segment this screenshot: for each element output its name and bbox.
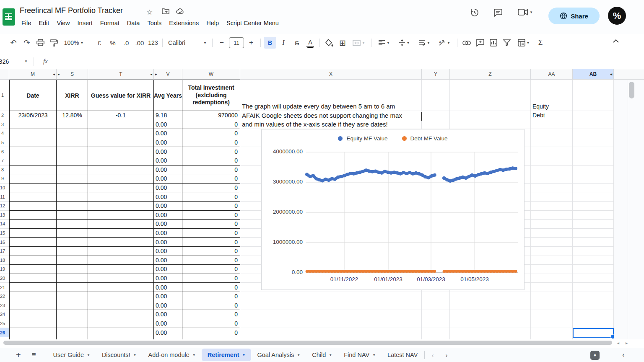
cell-Z1[interactable] <box>450 80 531 111</box>
cell-AB6[interactable] <box>573 147 614 156</box>
row-number-22[interactable]: 22 <box>0 292 9 301</box>
cell-AB14[interactable] <box>573 220 614 229</box>
menu-data[interactable]: Data <box>123 18 144 28</box>
cell-M22[interactable] <box>9 292 57 301</box>
cell-W9[interactable]: 0 <box>182 174 240 184</box>
cell-AB16[interactable] <box>573 238 614 247</box>
cell-X23[interactable] <box>240 301 422 310</box>
cell-M23[interactable] <box>9 301 57 310</box>
cell-T12[interactable] <box>88 202 154 211</box>
cell-S18[interactable] <box>57 256 88 265</box>
cell-M9[interactable] <box>9 174 57 184</box>
cell-S10[interactable] <box>57 184 88 193</box>
row-number-14[interactable]: 14 <box>0 220 9 229</box>
cell-AA11[interactable] <box>531 192 573 202</box>
horizontal-align-icon[interactable]: ▼ <box>374 37 394 49</box>
menu-format[interactable]: Format <box>96 18 123 28</box>
cell-AA12[interactable] <box>531 202 573 211</box>
cell-AA3[interactable] <box>531 120 573 129</box>
cell-Z25[interactable] <box>450 319 531 328</box>
cell-V17[interactable]: 0.00 <box>154 247 182 256</box>
cell-S23[interactable] <box>57 301 88 310</box>
sheet-tab-add-on-module[interactable]: Add-on module▼ <box>143 349 202 361</box>
cell-Y22[interactable] <box>422 292 450 301</box>
cell-Z22[interactable] <box>450 292 531 301</box>
selected-cell-outline[interactable] <box>573 328 614 338</box>
cell-S12[interactable] <box>57 202 88 211</box>
cell-T14[interactable] <box>88 220 154 229</box>
cell-Z2[interactable] <box>450 111 531 120</box>
cell-W5[interactable]: 0 <box>182 138 240 147</box>
cell-V10[interactable]: 0.00 <box>154 184 182 193</box>
menu-edit[interactable]: Edit <box>35 18 53 28</box>
sheet-tab-user-guide[interactable]: User Guide▼ <box>47 349 96 361</box>
decrease-decimal-icon[interactable]: .0 <box>120 37 132 49</box>
row-number-6[interactable]: 6 <box>0 147 9 156</box>
hidden-cols-marker[interactable]: ▸ <box>58 72 60 76</box>
cell-AA19[interactable] <box>531 265 573 274</box>
cell-M18[interactable] <box>9 256 57 265</box>
tabs-next-icon[interactable]: › <box>439 352 453 359</box>
cell-V23[interactable]: 0.00 <box>154 301 182 310</box>
row-number-3[interactable]: 3 <box>0 120 9 129</box>
cell-AB3[interactable] <box>573 120 614 129</box>
cell-W3[interactable]: 0 <box>182 120 240 129</box>
cell-M14[interactable] <box>9 220 57 229</box>
insert-chart-icon[interactable] <box>487 37 500 49</box>
cell-W14[interactable]: 0 <box>182 220 240 229</box>
cell-AB1[interactable] <box>573 80 614 111</box>
borders-icon[interactable]: ⊞ <box>336 37 349 49</box>
cell-T15[interactable] <box>88 229 154 238</box>
column-header-W[interactable]: W <box>182 69 240 79</box>
cell-V26[interactable]: 0.00 <box>154 328 182 337</box>
sheet-tab-child[interactable]: Child▼ <box>306 349 338 361</box>
cell-X1[interactable]: The graph will update every day between … <box>240 80 422 111</box>
cell-AA24[interactable] <box>531 310 573 319</box>
cell-W8[interactable]: 0 <box>182 165 240 175</box>
cell-T5[interactable] <box>88 138 154 147</box>
cell-V19[interactable]: 0.00 <box>154 265 182 274</box>
cell-AA7[interactable] <box>531 156 573 165</box>
add-sheet-icon[interactable]: + <box>16 350 21 360</box>
cell-W10[interactable]: 0 <box>182 184 240 193</box>
menu-file[interactable]: File <box>18 18 35 28</box>
cell-W19[interactable]: 0 <box>182 265 240 274</box>
menu-extensions[interactable]: Extensions <box>165 18 203 28</box>
cell-AB10[interactable] <box>573 184 614 193</box>
currency-format-icon[interactable]: £ <box>93 37 106 49</box>
create-filter-icon[interactable] <box>501 37 513 49</box>
cell-T18[interactable] <box>88 256 154 265</box>
cell-AB19[interactable] <box>573 265 614 274</box>
hscroll-left-icon[interactable]: ◂ <box>617 341 619 345</box>
cell-Y24[interactable] <box>422 310 450 319</box>
cell-V9[interactable]: 0.00 <box>154 174 182 184</box>
cell-T8[interactable] <box>88 165 154 175</box>
font-size-input[interactable]: 11 <box>229 37 244 49</box>
row-number-5[interactable]: 5 <box>0 138 9 147</box>
cell-W25[interactable]: 0 <box>182 319 240 328</box>
cell-AB12[interactable] <box>573 202 614 211</box>
cell-S21[interactable] <box>57 283 88 292</box>
cell-M10[interactable] <box>9 184 57 193</box>
cell-AB7[interactable] <box>573 156 614 165</box>
cell-S15[interactable] <box>57 229 88 238</box>
cell-AA4[interactable] <box>531 129 573 138</box>
row-number-7[interactable]: 7 <box>0 156 9 165</box>
cell-M12[interactable] <box>9 202 57 211</box>
cell-AA16[interactable] <box>531 238 573 247</box>
cell-T2[interactable]: -0.1 <box>88 111 154 120</box>
cell-M24[interactable] <box>9 310 57 319</box>
cell-AB5[interactable] <box>573 138 614 147</box>
column-header-AB[interactable]: AB◂ <box>573 69 614 79</box>
cell-AB20[interactable] <box>573 274 614 283</box>
cell-S19[interactable] <box>57 265 88 274</box>
sheet-tab-retirement[interactable]: Retirement▼ <box>202 349 252 361</box>
row-number-1[interactable]: 1 <box>0 80 9 111</box>
row-number-16[interactable]: 16 <box>0 238 9 247</box>
row-number-13[interactable]: 13 <box>0 211 9 220</box>
sheet-tab-discounts-[interactable]: Discounts!▼ <box>96 349 143 361</box>
hscroll-right-icon[interactable]: ▸ <box>626 341 628 345</box>
cell-AB21[interactable] <box>573 283 614 292</box>
column-header-V[interactable]: V▸ <box>154 69 182 79</box>
cell-Y26[interactable] <box>422 328 450 337</box>
